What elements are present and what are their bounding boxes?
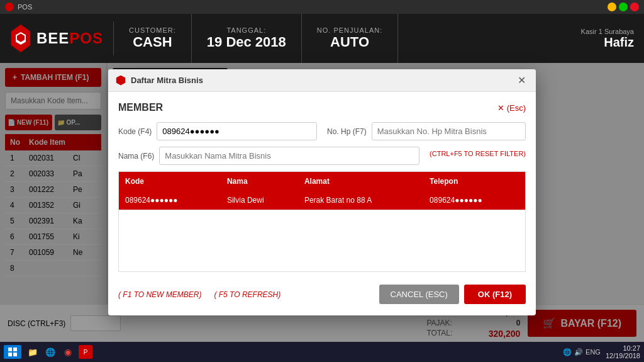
start-button[interactable] [4, 345, 21, 359]
lang-indicator: ENG [586, 348, 601, 356]
svg-rect-2 [8, 353, 12, 356]
svg-rect-3 [13, 353, 17, 356]
customer-label: CUSTOMER: [129, 26, 176, 34]
form-row-1: Kode (F4) No. Hp (F7) [118, 122, 526, 140]
col-kode: Kode [119, 172, 221, 191]
col-nama: Nama [221, 172, 298, 191]
modal-close-button[interactable]: ✕ [515, 74, 528, 86]
modal-titlebar: Daftar Mitra Bisnis ✕ [108, 69, 536, 92]
modal-table-header-row: Kode Nama Alamat Telepon [119, 172, 525, 191]
header: BEEPOS CUSTOMER: CASH TANGGAL: 19 Dec 20… [0, 14, 644, 63]
customer-value: CASH [133, 34, 172, 50]
esc-close-button[interactable]: ✕ (Esc) [497, 103, 526, 113]
nama-input[interactable] [159, 147, 419, 165]
no-penjualan-section: NO. PENJUALAN: AUTO [302, 14, 398, 63]
window-close-button[interactable] [630, 3, 639, 11]
col-alamat: Alamat [298, 172, 423, 191]
titlebar: POS [0, 0, 644, 14]
tanggal-section: TANGGAL: 19 Dec 2018 [192, 14, 302, 63]
modal-table-wrapper: Kode Nama Alamat Telepon 089624●●●●●●Sil… [118, 171, 526, 272]
member-header: MEMBER ✕ (Esc) [118, 102, 526, 113]
customer-section: CUSTOMER: CASH [114, 14, 192, 63]
member-title: MEMBER [118, 102, 163, 113]
network-icon: 🌐 [563, 348, 572, 356]
taskbar: 📁 🌐 ◉ P 🌐 🔊 ENG 10:27 12/19/2018 [0, 342, 644, 362]
kasir-section: Kasir 1 Surabaya Hafiz [571, 14, 644, 63]
sound-icon: 🔊 [574, 348, 583, 356]
kasir-value: Hafiz [604, 35, 634, 50]
no-penjualan-value: AUTO [330, 34, 369, 50]
taskbar-pos-app[interactable]: P [79, 345, 92, 359]
member-table-row[interactable]: 089624●●●●●●Silvia DewiPerak Barat no 88… [119, 191, 525, 210]
no-penjualan-label: NO. PENJUALAN: [317, 26, 382, 34]
member-table: Kode Nama Alamat Telepon 089624●●●●●●Sil… [119, 172, 525, 210]
no-hp-group: No. Hp (F7) [327, 122, 526, 140]
logo-text: BEEPOS [36, 30, 103, 47]
taskbar-right: 🌐 🔊 ENG 10:27 12/19/2018 [563, 344, 640, 359]
taskbar-time: 10:27 12/19/2018 [606, 344, 640, 359]
modal-title-icon [116, 76, 126, 86]
kode-input[interactable] [157, 122, 317, 140]
titlebar-title: POS [18, 3, 608, 11]
tanggal-value: 19 Dec 2018 [207, 34, 286, 50]
titlebar-controls [608, 3, 639, 11]
svg-rect-0 [8, 348, 12, 351]
nama-label: Nama (F6) [118, 152, 154, 161]
col-telepon: Telepon [423, 172, 525, 191]
cancel-button[interactable]: CANCEL (ESC) [379, 285, 459, 304]
modal-title-text: Daftar Mitra Bisnis [131, 76, 510, 85]
minimize-button[interactable] [608, 3, 616, 11]
refresh-hint[interactable]: ( F5 TO REFRESH) [214, 290, 280, 299]
maximize-button[interactable] [619, 3, 628, 11]
taskbar-file-manager[interactable]: 📁 [26, 345, 40, 359]
reset-filter-hint[interactable]: (CTRL+F5 TO RESET FILTER) [430, 150, 526, 157]
no-hp-input[interactable] [372, 122, 526, 140]
taskbar-sys-icons: 🌐 🔊 ENG [563, 348, 601, 356]
modal-footer: ( F1 TO NEW MEMBER) ( F5 TO REFRESH) CAN… [118, 280, 526, 305]
titlebar-icon [5, 3, 14, 11]
modal-hints: ( F1 TO NEW MEMBER) ( F5 TO REFRESH) [118, 290, 280, 299]
modal-actions: CANCEL (ESC) OK (F12) [379, 285, 526, 304]
form-row-2: Nama (F6) (CTRL+F5 TO RESET FILTER) [118, 147, 526, 165]
modal-dialog: Daftar Mitra Bisnis ✕ MEMBER ✕ (Esc) Kod… [108, 69, 536, 315]
new-member-hint[interactable]: ( F1 TO NEW MEMBER) [118, 290, 201, 299]
logo-section: BEEPOS [0, 14, 113, 63]
modal-body: MEMBER ✕ (Esc) Kode (F4) No. Hp (F7) Nam… [108, 92, 536, 315]
kode-group: Kode (F4) [118, 122, 317, 140]
tanggal-label: TANGGAL: [226, 26, 266, 34]
taskbar-browser[interactable]: 🌐 [43, 345, 57, 359]
logo-hexagon [10, 25, 31, 52]
nama-group: Nama (F6) [118, 147, 419, 165]
no-hp-label: No. Hp (F7) [327, 127, 367, 136]
kasir-label: Kasir 1 Surabaya [581, 28, 634, 35]
ok-button[interactable]: OK (F12) [464, 285, 526, 304]
svg-rect-1 [13, 348, 17, 351]
taskbar-chrome[interactable]: ◉ [61, 345, 75, 359]
kode-label: Kode (F4) [118, 127, 152, 136]
modal-overlay: Daftar Mitra Bisnis ✕ MEMBER ✕ (Esc) Kod… [0, 63, 644, 362]
